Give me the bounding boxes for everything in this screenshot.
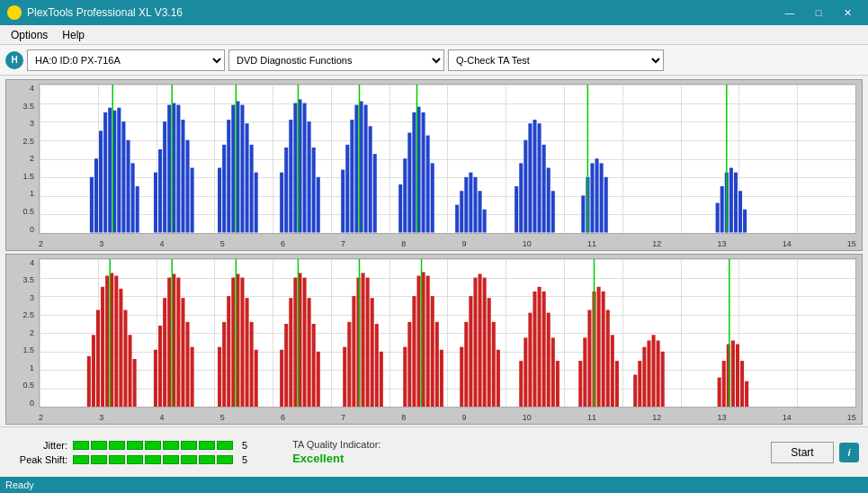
minimize-button[interactable]: — (776, 4, 803, 22)
svg-rect-139 (371, 298, 374, 407)
peakshift-bars (73, 455, 233, 464)
close-button[interactable]: ✕ (834, 4, 861, 22)
svg-rect-187 (661, 351, 665, 407)
menu-help[interactable]: Help (55, 27, 92, 43)
svg-rect-191 (731, 340, 735, 407)
svg-rect-83 (716, 203, 720, 233)
svg-rect-12 (154, 173, 157, 233)
peakshift-bar-2 (91, 455, 107, 464)
svg-rect-89 (743, 210, 747, 233)
svg-rect-61 (460, 191, 463, 232)
svg-rect-63 (469, 173, 472, 233)
svg-rect-110 (186, 321, 190, 407)
svg-rect-149 (431, 296, 434, 407)
svg-rect-4 (108, 108, 112, 233)
metrics-section: Jitter: 5 Peak Shift: (9, 440, 247, 465)
peakshift-label: Peak Shift: (9, 454, 67, 465)
svg-rect-166 (538, 286, 541, 407)
svg-rect-23 (222, 145, 226, 233)
svg-rect-92 (92, 335, 95, 407)
svg-rect-100 (129, 335, 132, 407)
svg-rect-66 (483, 210, 487, 233)
app-title: PlexTools Professional XL V3.16 (27, 6, 183, 19)
svg-rect-154 (464, 321, 468, 407)
svg-rect-76 (581, 195, 585, 232)
svg-rect-87 (734, 173, 738, 233)
svg-rect-189 (722, 361, 726, 407)
svg-rect-140 (375, 323, 379, 407)
svg-rect-138 (366, 277, 370, 407)
svg-rect-173 (587, 309, 591, 407)
svg-rect-113 (218, 346, 221, 407)
svg-rect-72 (538, 123, 541, 232)
svg-rect-151 (440, 349, 443, 407)
drive-select[interactable]: HA:0 ID:0 PX-716A (27, 49, 225, 71)
svg-rect-168 (547, 312, 550, 407)
svg-rect-69 (523, 140, 527, 233)
window-controls: — □ ✕ (776, 4, 861, 22)
bottom-chart-x-labels: 2 3 4 5 6 7 8 9 10 11 12 13 14 15 (39, 413, 856, 422)
svg-rect-111 (191, 346, 194, 407)
svg-rect-99 (123, 309, 127, 407)
jitter-bar-3 (109, 441, 125, 450)
svg-rect-159 (488, 298, 491, 407)
svg-rect-169 (551, 337, 555, 407)
top-chart-x-labels: 2 3 4 5 6 7 8 9 10 11 12 13 14 15 (39, 239, 856, 248)
svg-rect-156 (473, 277, 477, 407)
svg-rect-120 (250, 321, 254, 407)
menu-options[interactable]: Options (4, 27, 55, 43)
svg-rect-109 (181, 298, 184, 407)
bottom-chart: 4 3.5 3 2.5 2 1.5 1 0.5 0 (5, 254, 863, 426)
svg-rect-116 (231, 277, 235, 407)
svg-rect-44 (350, 120, 353, 232)
jitter-bar-5 (145, 441, 161, 450)
bottom-chart-y-labels: 4 3.5 3 2.5 2 1.5 1 0.5 0 (6, 258, 37, 408)
start-button[interactable]: Start (771, 442, 834, 463)
info-button[interactable]: i (839, 443, 859, 462)
peakshift-bar-6 (163, 455, 179, 464)
function-select[interactable]: DVD Diagnostic Functions (228, 49, 444, 71)
svg-rect-25 (231, 105, 235, 233)
peakshift-bar-8 (199, 455, 215, 464)
jitter-value: 5 (242, 440, 247, 451)
svg-rect-86 (729, 168, 733, 233)
svg-rect-18 (181, 120, 184, 232)
svg-rect-15 (167, 105, 171, 233)
svg-rect-80 (600, 163, 604, 232)
svg-rect-29 (250, 145, 254, 233)
svg-rect-9 (131, 163, 135, 232)
svg-rect-79 (595, 158, 599, 232)
peakshift-bar-4 (127, 455, 143, 464)
svg-rect-49 (373, 154, 377, 232)
svg-rect-8 (126, 140, 130, 233)
jitter-bar-7 (181, 441, 197, 450)
svg-rect-20 (191, 168, 194, 233)
svg-rect-162 (519, 361, 523, 407)
svg-rect-101 (133, 359, 137, 407)
svg-rect-7 (121, 121, 125, 232)
ta-value: Excellent (292, 452, 380, 465)
svg-rect-135 (352, 296, 355, 407)
svg-rect-186 (657, 340, 660, 407)
svg-rect-75 (551, 191, 555, 232)
svg-rect-10 (136, 186, 139, 232)
svg-rect-27 (240, 105, 244, 233)
test-select[interactable]: Q-Check TA Test (448, 49, 664, 71)
svg-rect-105 (163, 298, 166, 407)
main-content: 4 3.5 3 2.5 2 1.5 1 0.5 0 (0, 76, 868, 426)
svg-rect-179 (615, 361, 619, 407)
title-bar: PlexTools Professional XL V3.16 — □ ✕ (0, 0, 868, 25)
svg-rect-163 (523, 337, 527, 407)
svg-rect-192 (736, 344, 739, 407)
svg-rect-3 (103, 112, 107, 233)
peakshift-row: Peak Shift: 5 (9, 454, 247, 465)
svg-rect-126 (293, 277, 297, 407)
peakshift-bar-9 (217, 455, 233, 464)
svg-rect-161 (497, 349, 500, 407)
svg-rect-104 (158, 326, 162, 407)
svg-rect-2 (99, 130, 103, 232)
maximize-button[interactable]: □ (805, 4, 832, 22)
svg-rect-182 (638, 361, 641, 407)
svg-rect-106 (167, 277, 171, 407)
svg-rect-184 (647, 340, 650, 407)
